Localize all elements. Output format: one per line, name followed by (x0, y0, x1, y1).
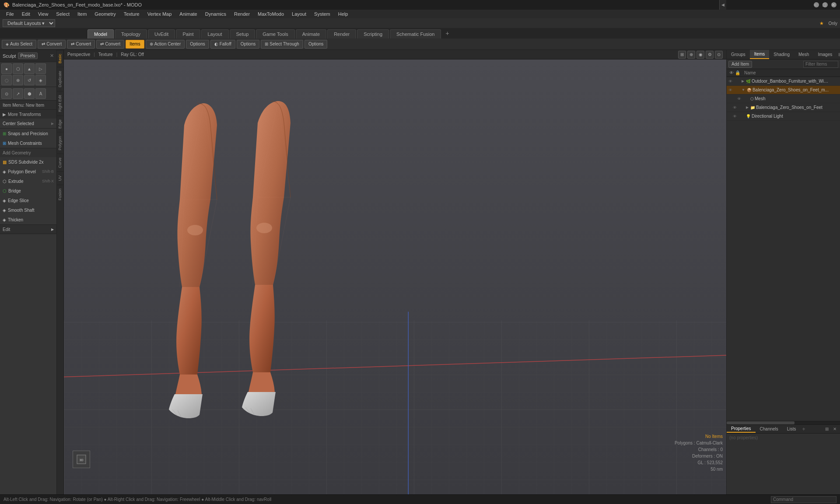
tab-topology[interactable]: Topology (115, 29, 147, 38)
rp-tab-shading[interactable]: Shading (769, 50, 794, 59)
menu-maxtomodo[interactable]: MaxToModo (254, 10, 287, 18)
tab-render[interactable]: Render (327, 29, 356, 38)
tool-icon-4[interactable]: ▷ (35, 63, 46, 74)
vtab-edge[interactable]: Edge (57, 116, 63, 132)
menu-render[interactable]: Render (231, 10, 253, 18)
close-button[interactable]: ✕ (831, 2, 836, 7)
prop-tab-channels[interactable]: Channels (756, 426, 783, 432)
item-expand-shoes[interactable]: ▶ (746, 105, 749, 109)
convert-button-3[interactable]: ⇄ Convert (96, 40, 124, 49)
menu-file[interactable]: File (3, 10, 18, 18)
menu-geometry[interactable]: Geometry (91, 10, 119, 18)
menu-help[interactable]: Help (335, 10, 352, 18)
maximize-button[interactable]: □ (822, 2, 828, 7)
menu-view[interactable]: View (35, 10, 52, 18)
vp-icon-camera[interactable]: ⊕ (687, 51, 695, 59)
minimize-button[interactable]: − (814, 2, 819, 7)
viewport-content[interactable]: 3D No Items Polygons : Catmull-Clark Cha… (64, 60, 726, 494)
rp-icon-expand[interactable]: ⊞ (836, 51, 840, 58)
tool-icon-8[interactable]: ◈ (35, 75, 46, 85)
items-button[interactable]: Items (126, 40, 144, 49)
vp-icon-settings[interactable]: ⚙ (706, 51, 714, 59)
extrude-item[interactable]: ⬡ Extrude Shift-X (0, 176, 56, 186)
vp-icon-render[interactable]: ◉ (696, 51, 704, 59)
item-row-bamboo[interactable]: 👁 ▶ 🌿 Outdoor_Bamboo_Furniture_with_Wine… (727, 77, 840, 86)
menu-edit[interactable]: Edit (18, 10, 34, 18)
tab-gametools[interactable]: Game Tools (256, 29, 295, 38)
presets-button[interactable]: Presets (18, 52, 38, 59)
vp-icon-view[interactable]: ⊙ (715, 51, 723, 59)
new-item-header[interactable]: Item Menu: New Item (0, 101, 56, 109)
select-through-button[interactable]: ⊞ Select Through (261, 40, 303, 49)
options-button-1[interactable]: Options (186, 40, 209, 49)
snaps-precision-item[interactable]: ⊞ Snaps and Precision (0, 129, 56, 138)
item-eye-mesh[interactable]: 👁 (737, 97, 743, 101)
convert-button-2[interactable]: ⇄ Convert (67, 40, 95, 49)
tool-icon-1[interactable]: ● (1, 63, 12, 74)
item-row-light[interactable]: 👁 💡 Directional Light (727, 112, 840, 121)
prop-tab-properties[interactable]: Properties (727, 425, 756, 433)
vtab-basic[interactable]: Basic (57, 50, 63, 67)
title-bar-right[interactable]: − □ ✕ (814, 2, 836, 7)
menu-item[interactable]: Item (74, 10, 90, 18)
prop-icon-close[interactable]: ✕ (831, 426, 838, 433)
tool-icon-9[interactable]: ⊙ (1, 88, 12, 99)
vtab-right-edge[interactable]: Right Edit (57, 91, 63, 116)
tool-icon-7[interactable]: ↺ (24, 75, 35, 85)
auto-select-button[interactable]: ◈ Auto Select (2, 40, 36, 49)
star-button[interactable]: ★ (819, 21, 824, 26)
mesh-constraints-item[interactable]: ⊞ Mesh Constraints (0, 138, 56, 148)
tool-icon-2[interactable]: ⬡ (13, 63, 23, 74)
more-transforms-header[interactable]: ▶ More Transforms (0, 110, 56, 119)
menu-layout[interactable]: Layout (288, 10, 310, 18)
tab-layout[interactable]: Layout (201, 29, 229, 38)
vp-icon-grid[interactable]: ⊞ (678, 51, 686, 59)
action-center-button[interactable]: ⊕ Action Center (146, 40, 185, 49)
sds-subdivide-item[interactable]: ▦ SDS Subdivide 2x (0, 157, 56, 167)
vtab-uv[interactable]: UV (57, 172, 63, 185)
tab-scripting[interactable]: Scripting (357, 29, 389, 38)
tab-setup[interactable]: Setup (230, 29, 256, 38)
command-input[interactable] (771, 496, 836, 503)
viewport[interactable]: Perspective | Texture | Ray GL: Off ⊞ ⊕ … (64, 50, 726, 494)
item-eye-shoes-group[interactable]: 👁 (733, 105, 739, 110)
tool-icon-3[interactable]: ▲ (24, 63, 35, 74)
tool-icon-6[interactable]: ⊕ (13, 75, 23, 85)
menu-vertexmap[interactable]: Vertex Map (144, 10, 175, 18)
add-item-button[interactable]: Add Item (728, 61, 752, 68)
center-selected-item[interactable]: Center Selected ▶ (0, 119, 56, 128)
menu-animate[interactable]: Animate (176, 10, 200, 18)
tool-icon-11[interactable]: ⬢ (24, 88, 35, 99)
convert-button-1[interactable]: ⇄ Convert (38, 40, 66, 49)
items-scrollbar[interactable] (727, 421, 840, 424)
item-row-mesh[interactable]: 👁 ⬡ Mesh (727, 94, 840, 103)
item-row-balenciaga[interactable]: 👁 ▼ 📦 Balenciaga_Zero_Shoes_on_Feet_m... (727, 86, 840, 94)
prop-tab-add[interactable]: + (802, 426, 805, 432)
rp-tab-images[interactable]: Images (813, 50, 836, 59)
edit-header[interactable]: Edit ▶ (0, 225, 56, 234)
tool-icon-12[interactable]: A (35, 88, 46, 99)
menu-texture[interactable]: Texture (120, 10, 143, 18)
polygon-bevel-item[interactable]: ◈ Polygon Bevel Shift-B (0, 167, 56, 176)
tool-icon-10[interactable]: ↗ (13, 88, 23, 99)
layout-dropdown[interactable]: Default Layouts ▾ (3, 19, 55, 27)
menu-select[interactable]: Select (52, 10, 73, 18)
tab-model[interactable]: Model (88, 29, 114, 38)
item-eye-light[interactable]: 👁 (733, 114, 739, 119)
add-geometry-header[interactable]: Add Geometry (0, 148, 56, 157)
tab-schematic[interactable]: Schematic Fusion (390, 29, 441, 38)
menu-system[interactable]: System (311, 10, 334, 18)
rp-tab-groups[interactable]: Groups (727, 50, 750, 59)
prop-tab-lists[interactable]: Lists (783, 426, 801, 432)
tab-animate[interactable]: Animate (296, 29, 326, 38)
smooth-shaft-item[interactable]: ◈ Smooth Shaft (0, 205, 56, 215)
menu-dynamics[interactable]: Dynamics (202, 10, 230, 18)
sculpt-close-icon[interactable]: ✕ (50, 53, 54, 59)
vtab-polygon[interactable]: Polygon (57, 132, 63, 154)
options-button-3[interactable]: Options (304, 40, 327, 49)
tab-paint[interactable]: Paint (176, 29, 200, 38)
nav-cube[interactable]: 3D (73, 451, 90, 468)
edge-slice-item[interactable]: ◈ Edge Slice (0, 196, 56, 205)
rp-tab-items[interactable]: Items (750, 50, 769, 59)
vtab-fusion[interactable]: Fusion (57, 185, 63, 204)
